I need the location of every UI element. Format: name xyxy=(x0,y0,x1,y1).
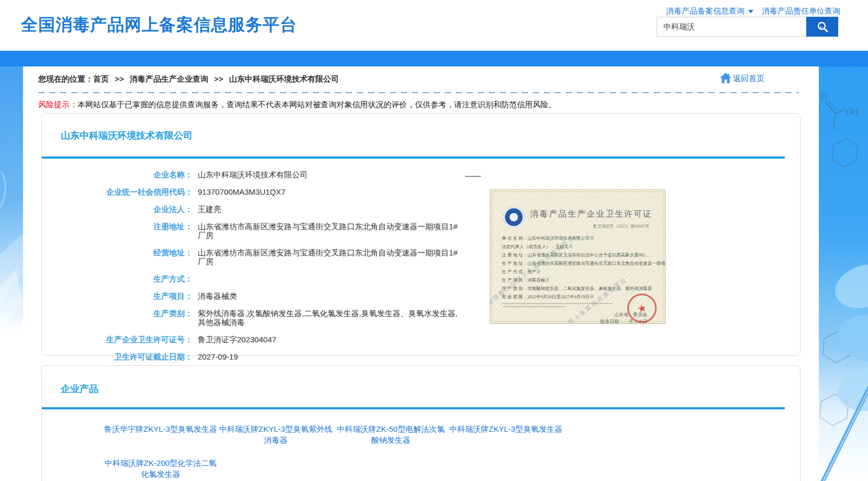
search-bar xyxy=(657,17,838,37)
field-value: 鲁卫消证字202304047 xyxy=(198,335,276,344)
breadcrumb-separator: >> xyxy=(115,74,124,83)
nav-link-record-info-query-label: 消毒产品备案信息查询 xyxy=(666,6,745,16)
breadcrumb-current: 山东中科瑞沃环境技术有限公司 xyxy=(229,74,339,83)
field-label: 生产类别： xyxy=(42,309,193,327)
certificate-line: 注 册 地 址：山东省潍坊高新区玉清东街以北中心次干道以西高新大厦902… xyxy=(502,251,661,259)
field-value: 2027-09-19 xyxy=(198,352,238,361)
top-blue-band xyxy=(0,51,868,66)
site-title: 全国消毒产品网上备案信息服务平台 xyxy=(21,14,297,37)
certificate-line: 生 产 类 别：次氯酸钠发生器、二氧化氯发生器、臭氧发生器、紫外线消毒器 xyxy=(502,284,661,293)
risk-notice: 风险提示：本网站仅基于已掌握的信息提供查询服务，查询结果不代表本网站对被查询对象… xyxy=(38,99,556,110)
back-home-label: 返回首页 xyxy=(733,74,764,84)
field-value: 91370700MA3M3U1QX7 xyxy=(198,187,286,196)
search-button[interactable] xyxy=(806,17,838,37)
back-home-link[interactable]: 返回首页 xyxy=(719,72,764,84)
risk-notice-text: 本网站仅基于已掌握的信息提供查询服务，查询结果不代表本网站对被查询对象信用状况的… xyxy=(77,100,556,109)
nav-link-record-info-query[interactable]: 消毒产品备案信息查询 xyxy=(666,6,753,16)
background-left-decoration xyxy=(0,66,23,481)
products-title: 企业产品 xyxy=(61,383,98,395)
svg-text:OH: OH xyxy=(846,107,859,116)
field-label: 卫生许可证截止日期： xyxy=(42,352,193,361)
field-value: 山东中科瑞沃环境技术有限公司 xyxy=(198,170,308,179)
field-label: 生产方式： xyxy=(42,274,193,283)
certificate-line: 法定代表人（或负责人）：王建亮※ xyxy=(502,242,661,251)
dashed-divider xyxy=(38,92,799,93)
search-input[interactable] xyxy=(657,17,806,37)
certificate-number: 鲁卫消证字（2023）第04047号 xyxy=(593,223,649,229)
breadcrumb-prefix: 您现在的位置： xyxy=(38,74,93,83)
product-link[interactable]: 中科瑞沃牌ZK-50型电解法次氯酸钠发生器 xyxy=(333,423,448,445)
field-label: 生产企业卫生许可证号： xyxy=(42,335,193,344)
field-row-production-method: 生产方式： xyxy=(42,270,800,287)
certificate-fine-print xyxy=(503,306,566,307)
field-row-license-number: 生产企业卫生许可证号： 鲁卫消证字202304047 xyxy=(42,331,800,348)
background-right-decoration: O OH xyxy=(819,66,868,481)
field-label: 企业统一社会信用代码： xyxy=(42,187,193,196)
field-label: 企业法人： xyxy=(42,205,193,214)
field-row-business-address: 经营地址： 山东省潍坊市高新区潍安路与宝通街交叉路口东北角自动变速器一期项目1#… xyxy=(42,244,800,270)
breadcrumb-home[interactable]: 首页 xyxy=(93,74,109,83)
products-card: 企业产品 鲁沃华宇牌ZKYL-3型臭氧发生器 中科瑞沃牌ZKYL-3型臭氧紫外线… xyxy=(41,365,801,481)
certificate-title: 消毒产品生产企业卫生许可证 xyxy=(530,209,652,220)
background-left-shapes xyxy=(0,66,23,481)
product-link[interactable]: 鲁沃华宇牌ZKYL-3型臭氧发生器 xyxy=(103,423,218,445)
field-label: 企业名称： xyxy=(42,170,193,179)
field-value: 消毒器械类 xyxy=(198,292,237,300)
chevron-down-icon xyxy=(748,10,753,13)
company-info-card: 山东中科瑞沃环境技术有限公司 企业名称： 山东中科瑞沃环境技术有限公司 企业统一… xyxy=(41,113,801,356)
certificate-line: 生 产 项 目：消毒器械※ xyxy=(502,276,661,284)
field-value: 王建亮 xyxy=(198,205,221,214)
field-row-legal-person: 企业法人： 王建亮 xyxy=(42,200,800,218)
breadcrumb: 您现在的位置：首页 >> 消毒产品生产企业查询 >> 山东中科瑞沃环境技术有限公… xyxy=(38,74,339,84)
products-grid: 鲁沃华宇牌ZKYL-3型臭氧发生器 中科瑞沃牌ZKYL-3型臭氧紫外线消毒器 中… xyxy=(103,423,563,479)
field-value: 山东省潍坊市高新区潍安路与宝通街交叉路口东北角自动变速器一期项目1#厂房 xyxy=(198,222,462,240)
nav-link-responsible-unit-query-label: 消毒产品责任单位查询 xyxy=(762,6,840,16)
field-label: 注册地址： xyxy=(42,222,193,240)
company-title: 山东中科瑞沃环境技术有限公司 xyxy=(61,129,193,142)
certificate-fine-print xyxy=(503,303,613,304)
image-artifact-dash xyxy=(465,176,481,177)
product-link[interactable]: 中科瑞沃牌ZKYL-3型臭氧紫外线消毒器 xyxy=(218,423,333,445)
chemistry-illustration: O OH xyxy=(819,66,868,481)
field-value: 山东省潍坊市高新区潍安路与宝通街交叉路口东北角自动变速器一期项目1#厂房 xyxy=(198,248,462,266)
home-icon xyxy=(719,72,732,84)
svg-text:O: O xyxy=(821,91,827,101)
content-panel: 您现在的位置：首页 >> 消毒产品生产企业查询 >> 山东中科瑞沃环境技术有限公… xyxy=(23,66,819,481)
risk-notice-label: 风险提示： xyxy=(38,100,77,109)
certificate-line: 单 位 名 称：山东中科瑞沃环境技术有限公司※ xyxy=(502,234,661,242)
field-row-registered-address: 注册地址： 山东省潍坊市高新区潍安路与宝通街交叉路口东北角自动变速器一期项目1#… xyxy=(42,218,800,244)
breadcrumb-separator: >> xyxy=(214,74,223,83)
certificate-line: 生 产 方 式：生产※ xyxy=(502,267,661,276)
company-card-divider xyxy=(42,156,785,159)
product-link[interactable]: 中科瑞沃牌ZKYL-3型臭氧发生器 xyxy=(448,423,563,445)
field-row-credit-code: 企业统一社会信用代码： 91370700MA3M3U1QX7 xyxy=(42,183,800,200)
search-icon xyxy=(816,20,829,33)
certificate-image: 全国消毒产品网上备案信息服务平台 全国消毒产品网上备案信息服务平台 消毒产品生产… xyxy=(490,189,666,324)
breadcrumb-enterprise-query[interactable]: 消毒产品生产企业查询 xyxy=(130,74,208,83)
field-row-company-name: 企业名称： 山东中科瑞沃环境技术有限公司 xyxy=(42,166,800,183)
field-value: 紫外线消毒器,次氯酸钠发生器,二氧化氯发生器,臭氧发生器、臭氧水发生器,其他器械… xyxy=(198,309,462,327)
field-label: 经营地址： xyxy=(42,248,193,266)
certificate-lines: 单 位 名 称：山东中科瑞沃环境技术有限公司※ 法定代表人（或负责人）：王建亮※… xyxy=(502,234,661,301)
page: O OH 全国消毒产品网上备案信息服务平台 消毒产品备案信息查询 消毒产品责任单… xyxy=(0,0,868,481)
nav-link-responsible-unit-query[interactable]: 消毒产品责任单位查询 xyxy=(762,6,840,16)
certificate-emblem-icon xyxy=(503,207,524,228)
top-nav: 消毒产品备案信息查询 消毒产品责任单位查询 xyxy=(666,6,840,16)
certificate-line: 生 产 地 址：山东省潍坊市高新区潍安路与宝通街交叉路口东北角自动变速器一期项目… xyxy=(502,259,661,267)
field-row-license-expiry: 卫生许可证截止日期： 2027-09-19 xyxy=(42,348,800,365)
field-row-production-category: 生产类别： 紫外线消毒器,次氯酸钠发生器,二氧化氯发生器,臭氧发生器、臭氧水发生… xyxy=(42,305,800,331)
products-card-divider xyxy=(42,407,785,409)
field-label: 生产项目： xyxy=(42,292,193,300)
field-row-production-project: 生产项目： 消毒器械类 xyxy=(42,287,800,305)
company-fields: 企业名称： 山东中科瑞沃环境技术有限公司 企业统一社会信用代码： 9137070… xyxy=(42,166,800,365)
product-link[interactable]: 中科瑞沃牌ZK-200型化学法二氧化氯发生器 xyxy=(103,457,218,479)
seal-star-icon: ★ xyxy=(636,301,648,315)
